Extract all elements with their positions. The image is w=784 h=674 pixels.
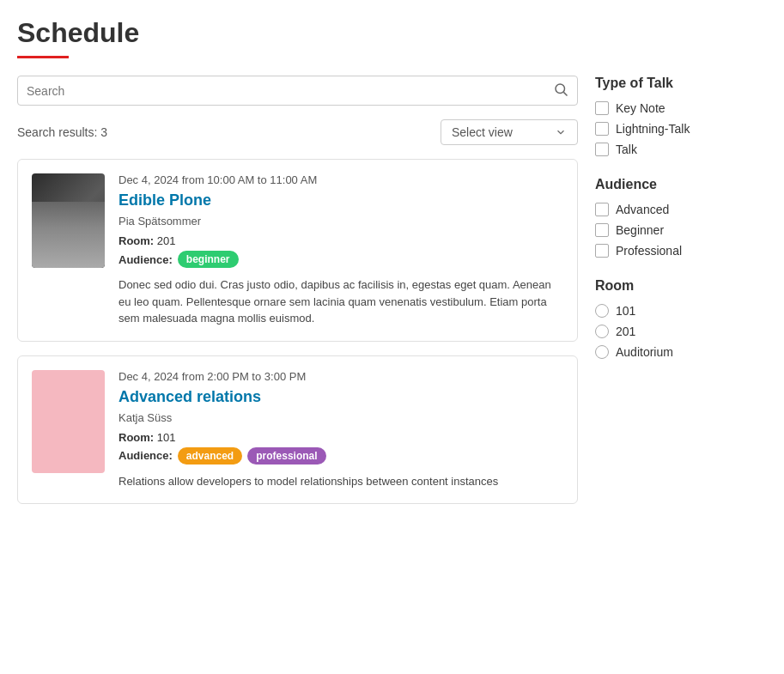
- sidebar-room-title: Room: [595, 278, 767, 294]
- sidebar-audience-title: Audience: [595, 177, 767, 192]
- card-2-room-label: Room:: [119, 431, 154, 444]
- checkbox-talk[interactable]: [595, 143, 609, 156]
- search-bar: [17, 76, 578, 106]
- card-1-audience-label: Audience:: [119, 253, 173, 266]
- sidebar-type-of-talk: Type of Talk Key Note Lightning-Talk Tal…: [595, 76, 767, 156]
- search-input[interactable]: [27, 84, 553, 98]
- badge-professional: professional: [247, 447, 325, 465]
- select-view-label: Select view: [452, 125, 513, 139]
- card-1-content: Dec 4, 2024 from 10:00 AM to 11:00 AM Ed…: [119, 173, 563, 327]
- checkbox-professional[interactable]: [595, 244, 609, 258]
- main-layout: Search results: 3 Select view Dec 4, 202…: [17, 76, 767, 518]
- sidebar: Type of Talk Key Note Lightning-Talk Tal…: [595, 76, 767, 518]
- card-1-audience: Audience: beginner: [119, 251, 563, 268]
- results-count: Search results: 3: [17, 125, 107, 139]
- badge-advanced: advanced: [178, 447, 242, 465]
- filter-keynote[interactable]: Key Note: [595, 101, 767, 115]
- sidebar-room: Room 101 201 Auditorium: [595, 278, 767, 359]
- filter-lightning-talk-label: Lightning-Talk: [616, 122, 690, 136]
- card-1-room-value: 201: [157, 234, 176, 247]
- badge-beginner: beginner: [178, 251, 239, 268]
- filter-professional-label: Professional: [616, 244, 682, 258]
- svg-point-0: [556, 84, 565, 94]
- filter-advanced[interactable]: Advanced: [595, 203, 767, 216]
- card-edible-plone: Dec 4, 2024 from 10:00 AM to 11:00 AM Ed…: [17, 159, 578, 342]
- filter-room-auditorium-label: Auditorium: [616, 345, 673, 359]
- filter-beginner[interactable]: Beginner: [595, 223, 767, 237]
- filter-room-201[interactable]: 201: [595, 325, 767, 338]
- sidebar-type-of-talk-title: Type of Talk: [595, 76, 767, 91]
- radio-room-auditorium[interactable]: [595, 345, 609, 359]
- svg-line-1: [563, 92, 567, 95]
- page-wrapper: Schedule Search results: 3 Select view: [0, 0, 784, 535]
- filter-room-auditorium[interactable]: Auditorium: [595, 345, 767, 359]
- checkbox-keynote[interactable]: [595, 101, 609, 115]
- filter-advanced-label: Advanced: [616, 203, 669, 216]
- title-underline: [17, 56, 69, 58]
- page-title: Schedule: [17, 17, 767, 49]
- card-2-author: Katja Süss: [119, 411, 563, 424]
- radio-room-201[interactable]: [595, 325, 609, 338]
- filter-beginner-label: Beginner: [616, 223, 664, 237]
- card-2-description: Relations allow developers to model rela…: [119, 473, 563, 490]
- checkbox-advanced[interactable]: [595, 203, 609, 216]
- sidebar-audience: Audience Advanced Beginner Professional: [595, 177, 767, 258]
- card-2-content: Dec 4, 2024 from 2:00 PM to 3:00 PM Adva…: [119, 370, 563, 490]
- select-view-dropdown[interactable]: Select view: [441, 119, 578, 145]
- checkbox-beginner[interactable]: [595, 223, 609, 237]
- filter-talk-label: Talk: [616, 143, 637, 156]
- card-advanced-relations: Dec 4, 2024 from 2:00 PM to 3:00 PM Adva…: [17, 355, 578, 505]
- search-button[interactable]: [553, 82, 568, 100]
- card-2-image: [32, 370, 105, 473]
- results-bar: Search results: 3 Select view: [17, 119, 578, 145]
- card-2-audience-label: Audience:: [119, 449, 173, 462]
- radio-room-101[interactable]: [595, 304, 609, 318]
- card-2-title[interactable]: Advanced relations: [119, 388, 563, 406]
- card-1-room-label: Room:: [119, 234, 154, 247]
- checkbox-lightning-talk[interactable]: [595, 122, 609, 136]
- card-1-title[interactable]: Edible Plone: [119, 191, 563, 209]
- filter-lightning-talk[interactable]: Lightning-Talk: [595, 122, 767, 136]
- filter-professional[interactable]: Professional: [595, 244, 767, 258]
- filter-room-101[interactable]: 101: [595, 304, 767, 318]
- card-2-audience: Audience: advanced professional: [119, 447, 563, 465]
- content-area: Search results: 3 Select view Dec 4, 202…: [17, 76, 578, 518]
- card-2-room: Room: 101: [119, 431, 563, 444]
- filter-keynote-label: Key Note: [616, 101, 665, 115]
- search-icon: [553, 82, 568, 97]
- filter-room-101-label: 101: [616, 304, 635, 318]
- card-1-date: Dec 4, 2024 from 10:00 AM to 11:00 AM: [119, 173, 563, 186]
- card-1-room: Room: 201: [119, 234, 563, 247]
- filter-talk[interactable]: Talk: [595, 143, 767, 156]
- card-1-author: Pia Spätsommer: [119, 215, 563, 228]
- chevron-down-icon: [555, 126, 567, 138]
- card-2-date: Dec 4, 2024 from 2:00 PM to 3:00 PM: [119, 370, 563, 383]
- card-1-description: Donec sed odio dui. Cras justo odio, dap…: [119, 276, 563, 327]
- filter-room-201-label: 201: [616, 325, 635, 338]
- card-2-room-value: 101: [157, 431, 176, 444]
- card-1-image: [32, 173, 105, 268]
